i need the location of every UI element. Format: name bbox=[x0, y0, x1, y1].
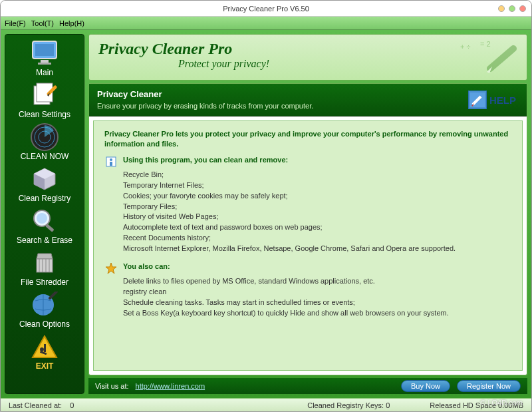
list-item: Autocomplete text of text and password b… bbox=[123, 222, 511, 233]
exit-warning-icon bbox=[29, 333, 61, 361]
sidebar-item-label: File Shredder bbox=[21, 278, 68, 287]
register-now-button[interactable]: Register Now bbox=[457, 380, 521, 392]
svg-rect-1 bbox=[35, 44, 54, 56]
list-item: registry clean bbox=[123, 287, 511, 298]
status-registry-label: Cleaned Registry Keys: bbox=[307, 401, 384, 409]
list-item: Set a Boss Key(a keyboard key shortcut) … bbox=[123, 308, 511, 319]
magnifier-icon bbox=[29, 207, 61, 235]
visit-prefix: Visit us at: bbox=[95, 382, 129, 390]
status-last-cleaned-label: Last Cleaned at: bbox=[9, 401, 62, 409]
menu-file[interactable]: File(F) bbox=[5, 19, 26, 27]
sidebar-item-exit[interactable]: EXIT bbox=[5, 331, 84, 373]
sidebar-item-label: CLEAN NOW bbox=[21, 152, 69, 161]
status-last-cleaned-value: 0 bbox=[70, 401, 74, 409]
section-header: Privacy Cleaner Ensure your privacy by e… bbox=[89, 84, 527, 116]
status-hd-label: Released HD Space bbox=[430, 401, 496, 409]
intro-text: Privacy Cleaner Pro lets you protect you… bbox=[104, 129, 511, 149]
statusbar: Last Cleaned at: 0 Cleaned Registry Keys… bbox=[1, 398, 531, 411]
globe-pen-icon bbox=[29, 291, 61, 319]
help-label: HELP bbox=[489, 95, 516, 106]
banner-decoration-icon: + ÷= 2 bbox=[454, 39, 520, 77]
clean-remove-list: Recycle Bin; Temporary Internet Files; C… bbox=[123, 170, 511, 255]
svg-rect-19 bbox=[44, 344, 46, 352]
sidebar-item-clean-settings[interactable]: Clean Settings bbox=[5, 79, 84, 121]
sidebar-item-main[interactable]: Main bbox=[5, 37, 84, 79]
main-panel: Privacy Cleaner Pro Protect your privacy… bbox=[88, 34, 527, 394]
list-item: History of visited Web Pages; bbox=[123, 212, 511, 222]
help-icon bbox=[468, 91, 487, 109]
list-item: Schedule cleaning tasks. Tasks may start… bbox=[123, 298, 511, 308]
sidebar-item-label: Clean Settings bbox=[19, 110, 70, 119]
svg-rect-2 bbox=[41, 60, 49, 63]
list-item: Recent Documents history; bbox=[123, 233, 511, 244]
sidebar-item-label: Clean Registry bbox=[19, 194, 71, 203]
shredder-icon bbox=[29, 249, 61, 277]
maximize-button[interactable] bbox=[509, 5, 515, 12]
settings-papers-icon bbox=[29, 81, 61, 109]
window-title: Privacy Cleaner Pro V6.50 bbox=[1, 5, 531, 13]
svg-text:= 2: = 2 bbox=[480, 40, 491, 48]
sidebar-item-clean-registry[interactable]: Clean Registry bbox=[5, 163, 84, 205]
list-item: Recycle Bin; bbox=[123, 170, 511, 180]
menu-help[interactable]: Help(H) bbox=[59, 19, 84, 27]
visit-link[interactable]: http://www.linren.com bbox=[136, 382, 205, 390]
section-title: Privacy Cleaner bbox=[97, 89, 466, 99]
sidebar-item-label: EXIT bbox=[36, 361, 54, 371]
content-body: Privacy Cleaner Pro lets you protect you… bbox=[93, 120, 523, 371]
sidebar-item-label: Search & Erase bbox=[17, 236, 72, 245]
minimize-button[interactable] bbox=[498, 5, 505, 12]
menubar: File(F) Tool(T) Help(H) bbox=[1, 17, 531, 30]
titlebar: Privacy Cleaner Pro V6.50 bbox=[1, 1, 531, 17]
section-description: Ensure your privacy by erasing kinds of … bbox=[97, 102, 466, 110]
svg-rect-26 bbox=[110, 162, 112, 166]
registry-cube-icon bbox=[29, 165, 61, 193]
monitor-icon bbox=[29, 39, 61, 67]
svg-point-18 bbox=[40, 347, 44, 351]
buy-now-button[interactable]: Buy Now bbox=[401, 380, 450, 392]
sidebar-item-clean-options[interactable]: Clean Options bbox=[5, 289, 84, 331]
svg-rect-11 bbox=[45, 224, 55, 232]
menu-tool[interactable]: Tool(T) bbox=[31, 19, 54, 27]
info-icon bbox=[104, 156, 118, 168]
app-window: Privacy Cleaner Pro V6.50 File(F) Tool(T… bbox=[0, 0, 532, 412]
list-item: Microsoft Internet Explorer, Mozilla Fir… bbox=[123, 244, 511, 254]
list-item: Delete links to files opened by MS Offic… bbox=[123, 276, 511, 287]
list-item: Cookies; your favoryte cookies may be sa… bbox=[123, 191, 511, 202]
svg-point-10 bbox=[37, 213, 47, 224]
sidebar-item-label: Main bbox=[36, 68, 53, 77]
subheading-clean-remove: Using this program, you can clean and re… bbox=[123, 156, 288, 168]
subheading-also-can: You also can: bbox=[123, 262, 170, 274]
sidebar-item-search-erase[interactable]: Search & Erase bbox=[5, 205, 84, 247]
content-panel: Privacy Cleaner Ensure your privacy by e… bbox=[88, 83, 527, 375]
radar-icon bbox=[29, 123, 61, 151]
list-item: Temporary Files; bbox=[123, 202, 511, 212]
svg-rect-3 bbox=[38, 63, 51, 65]
status-hd-value: 0.00MB bbox=[498, 401, 523, 409]
svg-point-25 bbox=[110, 158, 112, 161]
close-button[interactable] bbox=[519, 5, 526, 12]
svg-text:+ ÷: + ÷ bbox=[460, 43, 471, 51]
list-item: Temporary Internet Files; bbox=[123, 180, 511, 191]
footer-bar: Visit us at: http://www.linren.com Buy N… bbox=[88, 378, 527, 394]
help-button[interactable]: HELP bbox=[466, 89, 519, 110]
app-banner: Privacy Cleaner Pro Protect your privacy… bbox=[88, 34, 527, 81]
sidebar: Main Clean Settings CLEAN NOW Clean Regi… bbox=[5, 34, 84, 394]
app-body: Main Clean Settings CLEAN NOW Clean Regi… bbox=[1, 30, 531, 398]
star-icon bbox=[104, 262, 118, 274]
sidebar-item-label: Clean Options bbox=[19, 319, 70, 329]
sidebar-item-file-shredder[interactable]: File Shredder bbox=[5, 247, 84, 289]
status-registry-value: 0 bbox=[386, 401, 390, 409]
sidebar-item-clean-now[interactable]: CLEAN NOW bbox=[5, 121, 84, 163]
window-controls bbox=[498, 5, 526, 12]
also-can-list: Delete links to files opened by MS Offic… bbox=[123, 276, 511, 319]
